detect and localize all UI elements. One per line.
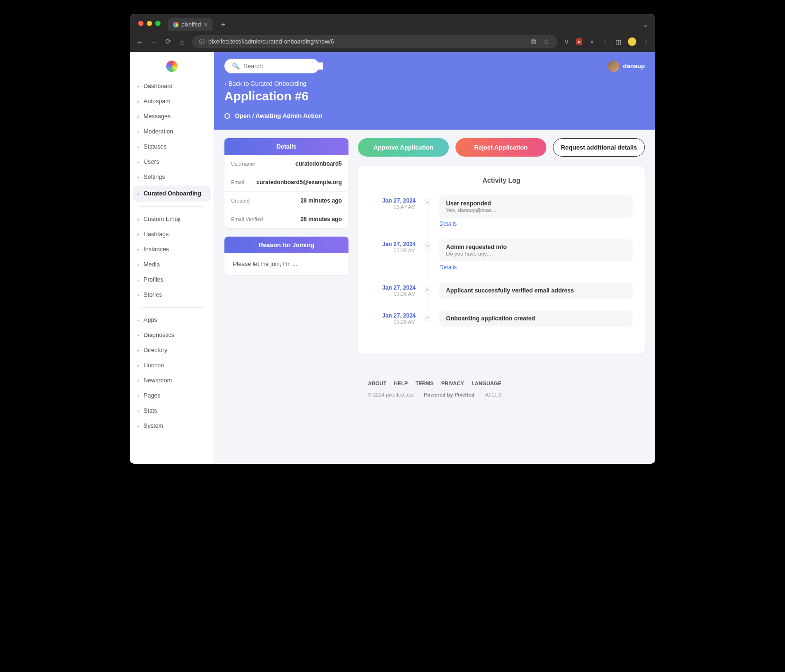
tab-title: pixelfed [181, 21, 201, 28]
log-details-link[interactable]: Details [439, 264, 457, 271]
status-open-icon [224, 113, 230, 119]
logo-icon[interactable] [166, 61, 178, 72]
activity-log-item: Jan 27, 2024 03:26 AM Onboarding applica… [370, 310, 633, 338]
sidebar-item-label: Pages [143, 392, 160, 399]
timeline-line [428, 293, 428, 310]
sidepanel-icon[interactable]: ◫ [615, 38, 622, 45]
sidebar-item-moderation[interactable]: ›Moderation [130, 124, 214, 139]
log-title: User responded [446, 200, 626, 207]
reload-icon[interactable]: ⟳ [164, 37, 172, 46]
sidebar-item-diagnostics[interactable]: ›Diagnostics [130, 327, 214, 343]
sidebar-item-instances[interactable]: ›Instances [130, 242, 214, 257]
timeline-dot-icon [424, 242, 431, 250]
search-input[interactable] [243, 62, 323, 70]
sidebar-item-label: Instances [143, 246, 169, 253]
back-link[interactable]: ‹ Back to Curated Onboarding [224, 80, 645, 87]
sidebar-item-label: Dashboard [143, 83, 172, 89]
reject-button[interactable]: Reject Application [455, 138, 546, 157]
footer-link-privacy[interactable]: PRIVACY [441, 380, 464, 386]
sidebar-item-pages[interactable]: ›Pages [130, 388, 214, 403]
sidebar-item-settings[interactable]: ›Settings [130, 169, 214, 185]
sidebar-item-curated-onboarding[interactable]: ›Curated Onboarding [133, 186, 211, 202]
sidebar-item-label: Profiles [143, 276, 163, 283]
sidebar-item-users[interactable]: ›Users [130, 154, 214, 169]
log-entry: Onboarding application created [439, 310, 633, 327]
reason-text: Please let me join, I'm ... [224, 253, 348, 275]
address-bar[interactable]: ⓘ pixelfed.test/i/admin/curated-onboardi… [192, 35, 557, 48]
page-title: Application #6 [224, 89, 645, 104]
sidebar-item-label: Messages [143, 113, 170, 120]
sidebar-item-custom-emoji[interactable]: ›Custom Emoji [130, 212, 214, 227]
user-menu[interactable]: dansup [608, 61, 645, 72]
log-title: Applicant successfully verified email ad… [446, 287, 626, 294]
log-date: Jan 27, 2024 [370, 312, 416, 319]
window-minimize-button[interactable] [147, 21, 152, 26]
chevron-right-icon: › [137, 191, 139, 196]
new-tab-button[interactable]: + [217, 18, 229, 31]
install-icon[interactable]: ⧉ [530, 37, 538, 46]
sidebar-item-profiles[interactable]: ›Profiles [130, 272, 214, 287]
site-info-icon[interactable]: ⓘ [199, 38, 205, 46]
log-title: Admin requested info [446, 244, 626, 250]
menu-icon[interactable]: ⋮ [642, 38, 650, 45]
search-box[interactable]: 🔍 [224, 59, 319, 73]
browser-tab[interactable]: pixelfed × [168, 18, 213, 31]
chevron-right-icon: › [137, 217, 139, 222]
window-maximize-button[interactable] [155, 21, 161, 26]
request-details-button[interactable]: Request additional details [553, 138, 645, 157]
sidebar-item-stats[interactable]: ›Stats [130, 403, 214, 418]
footer-link-terms[interactable]: TERMS [415, 380, 434, 386]
detail-row: Emailcuratedonboard5@example.org [224, 173, 348, 192]
profile-avatar-icon[interactable] [628, 37, 636, 46]
detail-label: Username [231, 161, 255, 167]
sidebar-item-label: Newsroom [143, 377, 172, 384]
ublock-icon[interactable]: u [576, 38, 583, 45]
tab-close-icon[interactable]: × [204, 21, 207, 28]
sidebar-item-label: Stories [143, 292, 162, 298]
tabs-dropdown-icon[interactable]: ⌄ [641, 20, 650, 29]
footer-copyright: © 2024 pixelfed.test [368, 392, 414, 398]
log-time: 03:38 AM [370, 248, 416, 253]
sidebar-item-dashboard[interactable]: ›Dashboard [130, 79, 214, 94]
reason-card: Reason for Joining Please let me join, I… [224, 237, 348, 275]
nav-separator [139, 206, 204, 207]
chevron-right-icon: › [137, 393, 139, 398]
sidebar-item-label: Horizon [143, 362, 164, 369]
footer-link-about[interactable]: ABOUT [368, 380, 386, 386]
sidebar-item-newsroom[interactable]: ›Newsroom [130, 373, 214, 388]
bookmark-icon[interactable]: ☆ [542, 37, 551, 46]
chevron-right-icon: › [137, 348, 139, 353]
sidebar-item-apps[interactable]: ›Apps [130, 312, 214, 327]
details-heading: Details [224, 138, 348, 155]
sidebar-item-system[interactable]: ›System [130, 418, 214, 433]
detail-label: Email Verified [231, 216, 263, 222]
forward-icon: → [150, 38, 158, 46]
sidebar-item-hashtags[interactable]: ›Hashtags [130, 227, 214, 242]
sidebar-item-media[interactable]: ›Media [130, 257, 214, 272]
sidebar-item-statuses[interactable]: ›Statuses [130, 139, 214, 154]
chevron-right-icon: › [137, 175, 139, 180]
window-close-button[interactable] [138, 21, 143, 26]
back-icon[interactable]: ← [135, 38, 144, 46]
sidebar-item-label: Moderation [143, 128, 173, 135]
sidebar-item-horizon[interactable]: ›Horizon [130, 358, 214, 373]
timeline-line [428, 250, 428, 283]
detail-value: curatedonboard5 [295, 160, 342, 167]
sidebar-item-stories[interactable]: ›Stories [130, 287, 214, 302]
footer-link-help[interactable]: HELP [394, 380, 408, 386]
sidebar-item-directory[interactable]: ›Directory [130, 343, 214, 358]
log-details-link[interactable]: Details [439, 221, 457, 227]
home-icon[interactable]: ⌂ [178, 38, 187, 46]
sidebar: ›Dashboard›Autospam›Messages›Moderation›… [130, 52, 214, 464]
activity-log-item: Jan 27, 2024 03:47 AM User responded Yes… [370, 195, 633, 239]
footer: ABOUTHELPTERMSPRIVACYLANGUAGE © 2024 pix… [214, 367, 655, 416]
extensions-icon[interactable]: ✧ [588, 38, 596, 45]
sidebar-item-messages[interactable]: ›Messages [130, 109, 214, 124]
footer-link-language[interactable]: LANGUAGE [472, 380, 501, 386]
search-icon: 🔍 [232, 62, 240, 70]
vue-devtools-icon[interactable]: V [563, 38, 571, 45]
detail-value: curatedonboard5@example.org [257, 179, 342, 186]
footer-powered[interactable]: Powered by Pixelfed [424, 392, 474, 398]
sidebar-item-autospam[interactable]: ›Autospam [130, 94, 214, 109]
approve-button[interactable]: Approve Application [358, 138, 449, 157]
